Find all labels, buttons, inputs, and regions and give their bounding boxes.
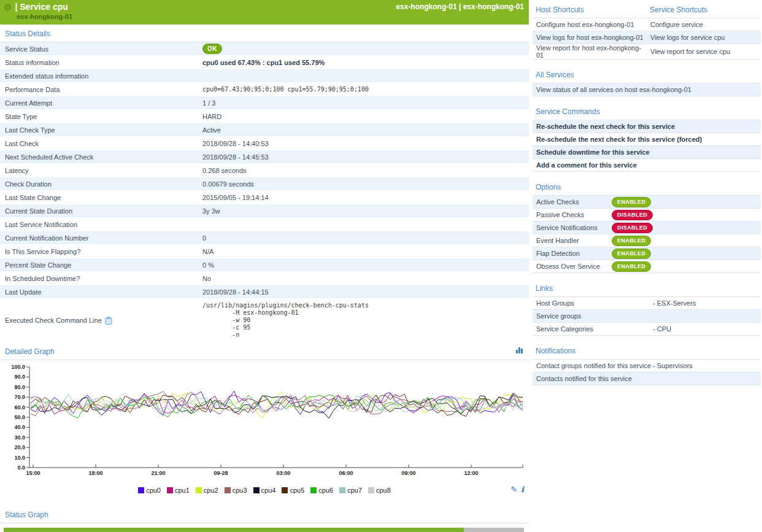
svg-text:18:00: 18:00 bbox=[88, 470, 102, 476]
status-details-table: Service StatusOKStatus informationcpu0 u… bbox=[0, 42, 529, 342]
pencil-icon[interactable]: ✎ bbox=[510, 485, 517, 494]
status-graph-header: Status Graph bbox=[0, 506, 529, 523]
status-row: Current Attempt1 / 3 bbox=[0, 96, 529, 110]
svg-text:70.0: 70.0 bbox=[14, 394, 25, 400]
status-row: Performance Datacpu0=67.43;90;95;0;100 c… bbox=[0, 83, 529, 96]
status-row: Status informationcpu0 used 67.43% : cpu… bbox=[0, 56, 529, 69]
notification-row-label: Contact groups notified for this service bbox=[533, 362, 653, 369]
service-shortcuts-header: Service Shortcuts bbox=[647, 0, 761, 18]
side-panel: Host Shortcuts Service Shortcuts Configu… bbox=[529, 0, 762, 532]
detailed-graph-svg[interactable]: 0.010.020.030.040.050.060.070.080.090.01… bbox=[4, 362, 526, 480]
status-row-label: Latency bbox=[0, 167, 202, 174]
host-shortcuts-header: Host Shortcuts bbox=[533, 0, 647, 18]
option-row[interactable]: Event HandlerENABLED bbox=[533, 234, 761, 247]
status-row-value: cpu0=67.43;90;95;0;100 cpu1=55.79;90;95;… bbox=[202, 86, 529, 93]
options-header: Options bbox=[533, 177, 761, 195]
status-row: Last Update2018/09/28 - 14:44:15 bbox=[0, 285, 529, 299]
option-state-badge: DISABLED bbox=[612, 210, 653, 220]
legend-swatch bbox=[282, 487, 288, 493]
legend-swatch bbox=[167, 487, 173, 493]
detailed-graph[interactable]: 0.010.020.030.040.050.060.070.080.090.01… bbox=[0, 360, 529, 482]
status-row-label: Last Service Notification bbox=[0, 221, 202, 228]
legend-item: cpu0 bbox=[138, 487, 161, 494]
status-row-label: Check Duration bbox=[0, 180, 202, 188]
status-row-value: OK bbox=[202, 44, 529, 54]
option-state: ENABLED bbox=[612, 261, 651, 272]
shortcut-link[interactable]: View logs for service cpu bbox=[647, 34, 761, 41]
option-row[interactable]: Obsess Over ServiceENABLED bbox=[533, 260, 761, 273]
link-row[interactable]: Service groups bbox=[533, 310, 761, 323]
svg-text:100.0: 100.0 bbox=[11, 364, 25, 370]
status-row: Extended status information bbox=[0, 69, 529, 83]
option-row[interactable]: Active ChecksENABLED bbox=[533, 196, 761, 209]
link-row[interactable]: Service Categories- CPU bbox=[533, 323, 761, 336]
service-command-link[interactable]: Re-schedule the next check for this serv… bbox=[533, 133, 761, 146]
status-row-value: 2015/09/05 - 19:14:14 bbox=[202, 194, 529, 201]
shortcut-link[interactable]: Configure service bbox=[647, 21, 761, 28]
link-row-label: Service Categories bbox=[533, 325, 653, 333]
notification-row[interactable]: Contacts notified for this service bbox=[533, 372, 761, 385]
notification-row-label: Contacts notified for this service bbox=[533, 375, 653, 382]
option-state-badge: ENABLED bbox=[612, 261, 651, 272]
option-label: Flap Detection bbox=[533, 250, 612, 257]
shortcut-link[interactable]: Configure host esx-hongkong-01 bbox=[533, 21, 647, 28]
service-command-link[interactable]: Re-schedule the next check for this serv… bbox=[533, 120, 761, 133]
svg-text:21:00: 21:00 bbox=[151, 470, 165, 476]
legend-item: cpu6 bbox=[310, 487, 333, 494]
clipboard-icon[interactable] bbox=[105, 317, 112, 325]
svg-text:10.0: 10.0 bbox=[14, 455, 25, 461]
option-row[interactable]: Flap DetectionENABLED bbox=[533, 247, 761, 260]
info-icon[interactable]: i bbox=[521, 485, 524, 494]
links-table: Host Groups- ESX-ServersService groupsSe… bbox=[533, 296, 761, 336]
option-label: Obsess Over Service bbox=[533, 263, 612, 270]
legend-swatch bbox=[138, 487, 144, 493]
service-command-link[interactable]: Add a comment for this service bbox=[533, 159, 761, 172]
status-row-value: 0.268 seconds bbox=[202, 167, 529, 174]
gear-icon[interactable]: ⚙ bbox=[4, 2, 12, 12]
status-row: Current Notification Number0 bbox=[0, 231, 529, 245]
status-row: Next Scheduled Active Check2018/09/28 - … bbox=[0, 150, 529, 164]
header-hostname[interactable]: esx-hongkong-01 bbox=[17, 13, 524, 20]
link-row[interactable]: Host Groups- ESX-Servers bbox=[533, 297, 761, 310]
status-row-value: /usr/lib/nagios/plugins/check-bench-cpu-… bbox=[202, 299, 529, 342]
all-services-link[interactable]: View status of all services on host esx-… bbox=[533, 83, 761, 96]
service-header: ⚙ | Service cpu esx-hongkong-01 | esx-ho… bbox=[0, 0, 529, 25]
status-row-label: Last Update bbox=[0, 288, 202, 296]
notification-row[interactable]: Contact groups notified for this service… bbox=[533, 360, 761, 372]
option-label: Event Handler bbox=[533, 237, 612, 244]
header-host-breadcrumb[interactable]: esx-hongkong-01 | esx-hongkong-01 bbox=[396, 2, 524, 11]
option-state-badge: ENABLED bbox=[612, 249, 651, 259]
status-row-value: N/A bbox=[202, 248, 529, 255]
shortcut-link[interactable]: View logs for host esx-hongkong-01 bbox=[533, 34, 647, 41]
status-row-label: Last Check Type bbox=[0, 126, 202, 134]
bar-chart-icon[interactable] bbox=[516, 347, 523, 353]
shortcut-row: Configure host esx-hongkong-01Configure … bbox=[533, 18, 761, 31]
status-row-label: Next Scheduled Active Check bbox=[0, 153, 202, 161]
status-row: Executed Check Command Line/usr/lib/nagi… bbox=[0, 299, 529, 342]
status-row-value: Active bbox=[202, 126, 529, 134]
option-row[interactable]: Service NotificationsDISABLED bbox=[533, 222, 761, 234]
legend-item: cpu2 bbox=[196, 487, 218, 494]
shortcut-link[interactable]: View report for host esx-hongkong-01 bbox=[533, 44, 647, 59]
legend-label: cpu6 bbox=[318, 487, 333, 494]
shortcut-row: View logs for host esx-hongkong-01View l… bbox=[533, 31, 761, 44]
svg-text:03:00: 03:00 bbox=[276, 470, 290, 476]
status-row-value: 1 / 3 bbox=[202, 99, 529, 107]
status-row-label: Current State Duration bbox=[0, 207, 202, 215]
status-row-label: Status information bbox=[0, 59, 202, 66]
legend-label: cpu2 bbox=[204, 487, 218, 494]
option-row[interactable]: Passive ChecksDISABLED bbox=[533, 209, 761, 222]
legend-swatch bbox=[310, 487, 317, 493]
svg-text:50.0: 50.0 bbox=[14, 414, 25, 420]
main-panel: ⚙ | Service cpu esx-hongkong-01 | esx-ho… bbox=[0, 0, 529, 532]
shortcut-link[interactable]: View report for service cpu bbox=[647, 48, 761, 55]
status-row: Last Check TypeActive bbox=[0, 123, 529, 137]
status-row-label: Last Check bbox=[0, 140, 202, 147]
legend-item: cpu1 bbox=[167, 487, 190, 494]
svg-text:0.0: 0.0 bbox=[17, 465, 25, 471]
status-row-value: 2018/09/28 - 14:44:15 bbox=[202, 288, 529, 296]
option-state: ENABLED bbox=[612, 249, 651, 259]
service-command-link[interactable]: Schedule downtime for this service bbox=[533, 146, 761, 159]
status-row: Last Check2018/09/28 - 14:40:53 bbox=[0, 137, 529, 150]
svg-text:30.0: 30.0 bbox=[14, 434, 25, 441]
